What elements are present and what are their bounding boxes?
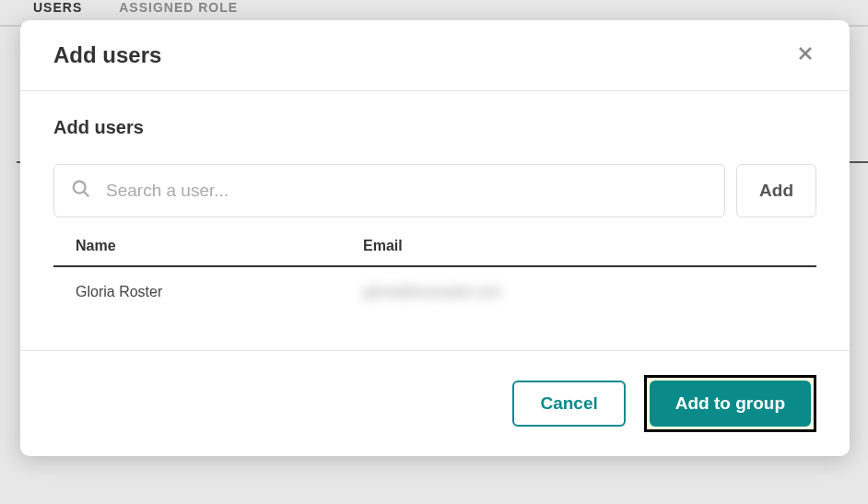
column-header-email: Email <box>363 238 794 254</box>
svg-line-1 <box>84 192 89 197</box>
section-title: Add users <box>53 117 816 138</box>
search-icon <box>71 179 91 203</box>
svg-point-0 <box>74 182 86 193</box>
cancel-button[interactable]: Cancel <box>512 381 625 427</box>
close-button[interactable] <box>794 42 816 68</box>
modal-header: Add users <box>20 20 850 91</box>
table-row: Gloria Roster gloria@example.com <box>53 267 816 317</box>
column-header-name: Name <box>76 238 363 254</box>
modal-body: Add users Add Name Email Gloria Roster g… <box>20 91 850 350</box>
table-header: Name Email <box>53 238 816 267</box>
cell-name: Gloria Roster <box>76 284 363 300</box>
primary-button-highlight: Add to group <box>644 375 816 432</box>
modal-footer: Cancel Add to group <box>20 350 850 456</box>
modal-title: Add users <box>53 42 161 68</box>
search-input[interactable] <box>91 181 708 201</box>
add-to-group-button[interactable]: Add to group <box>650 381 811 427</box>
cell-email-redacted: gloria@example.com <box>363 284 794 300</box>
close-icon <box>794 42 816 64</box>
add-users-modal: Add users Add users Add Name <box>20 20 850 456</box>
search-wrapper <box>53 164 725 217</box>
search-row: Add <box>53 164 816 217</box>
add-button[interactable]: Add <box>736 164 816 217</box>
